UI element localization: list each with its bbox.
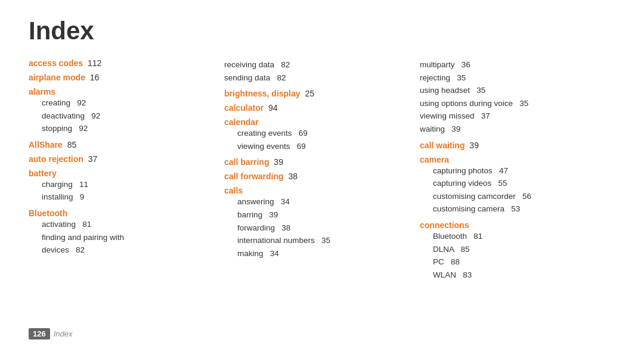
page-title: Index <box>29 17 615 45</box>
entry-airplane-mode: airplane mode 16 <box>29 73 218 82</box>
entry-calls-cont: multiparty 36 rejecting 35 using headset… <box>420 58 609 136</box>
page-number: 126 <box>29 328 50 339</box>
entry-access-codes: access codes 112 <box>29 58 218 68</box>
entry-call-barring: call barring 39 <box>224 157 414 167</box>
footer: 126 Index <box>29 328 73 339</box>
entry-brightness: brightness, display 25 <box>224 89 414 98</box>
entry-receiving-data: receiving data 82 sending data 82 <box>224 58 414 84</box>
entry-bluetooth: Bluetooth activating 81 finding and pair… <box>29 208 218 257</box>
entry-calendar: calendar creating events 69 viewing even… <box>224 117 414 152</box>
col-1: access codes 112 airplane mode 16 alarms… <box>29 58 224 286</box>
index-columns: access codes 112 airplane mode 16 alarms… <box>29 58 615 286</box>
entry-calculator: calculator 94 <box>224 103 414 113</box>
entry-battery: battery charging 11 installing 9 <box>29 169 218 204</box>
entry-auto-rejection: auto rejection 37 <box>29 154 218 164</box>
entry-allshare: AllShare 85 <box>29 140 218 149</box>
col-3: multiparty 36 rejecting 35 using headset… <box>420 58 615 286</box>
entry-call-forwarding: call forwarding 38 <box>224 172 414 181</box>
entry-call-waiting: call waiting 39 <box>420 141 609 150</box>
col-2: receiving data 82 sending data 82 bright… <box>224 58 420 286</box>
footer-label: Index <box>54 329 73 338</box>
entry-camera: camera capturing photos 47 capturing vid… <box>420 155 609 216</box>
page: Index access codes 112 airplane mode 16 … <box>0 0 644 349</box>
entry-alarms: alarms creating 92 deactivating 92 stopp… <box>29 87 218 135</box>
entry-connections: connections Bluetooth 81 DLNA 85 PC 88 W… <box>420 220 609 281</box>
entry-calls: calls answering 34 barring 39 forwarding… <box>224 186 414 260</box>
